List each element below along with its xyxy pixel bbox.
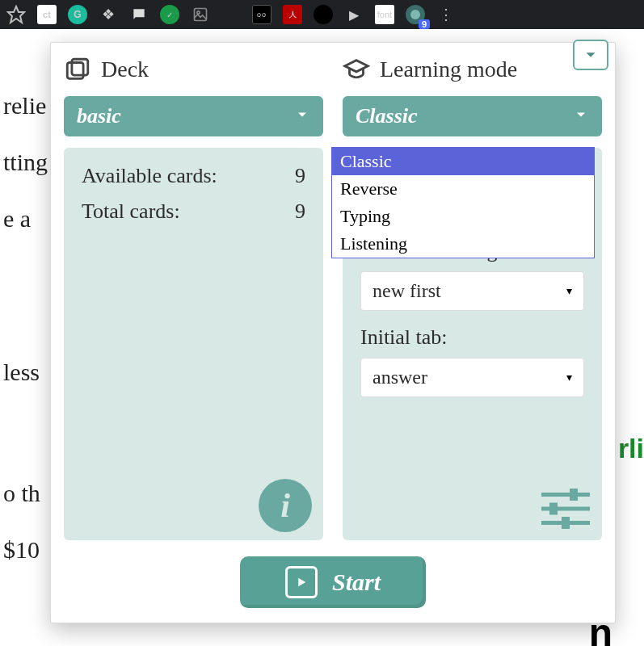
- available-cards-label: Available cards:: [82, 164, 217, 188]
- deck-stats-panel: Available cards: 9 Total cards: 9 i: [64, 148, 323, 540]
- mode-header: Learning mode: [343, 56, 602, 83]
- mode-option-classic[interactable]: Classic: [332, 148, 594, 175]
- browser-toolbar: ct G ❖ ✓ oo 人 ▶ font 9 ⋮: [0, 0, 644, 29]
- initial-tab-value: answer: [373, 367, 427, 388]
- extension-font-icon[interactable]: font: [375, 5, 394, 24]
- info-icon: i: [280, 486, 290, 525]
- extension-purple-icon[interactable]: ❖: [99, 5, 118, 24]
- svg-marker-0: [8, 6, 24, 23]
- mode-dropdown-menu: Classic Reverse Typing Listening: [331, 147, 595, 258]
- deck-icon: [64, 56, 91, 83]
- extension-image-icon[interactable]: [191, 5, 210, 24]
- mode-option-typing[interactable]: Typing: [332, 203, 594, 230]
- extension-oo-icon[interactable]: oo: [252, 5, 271, 24]
- svg-rect-7: [570, 489, 578, 501]
- info-button[interactable]: i: [259, 479, 312, 532]
- chevron-down-icon: [573, 104, 589, 128]
- svg-rect-1: [195, 9, 207, 21]
- svg-rect-11: [562, 517, 570, 529]
- deck-column: Deck basic Available cards: 9 Total card…: [64, 56, 323, 540]
- sorting-select[interactable]: new first ▾: [360, 271, 584, 311]
- graduation-cap-icon: [343, 56, 370, 83]
- extension-bubble-icon[interactable]: [129, 5, 149, 24]
- deck-title: Deck: [101, 57, 149, 82]
- extension-flashcard-icon[interactable]: 9: [406, 5, 425, 24]
- deck-dropdown-value: basic: [77, 104, 121, 128]
- available-cards-value: 9: [295, 164, 305, 188]
- start-label: Start: [332, 568, 381, 596]
- svg-rect-8: [541, 507, 590, 511]
- extension-play-icon[interactable]: ▶: [344, 5, 364, 24]
- play-icon: [285, 566, 318, 598]
- svg-point-2: [197, 11, 200, 14]
- initial-tab-select[interactable]: answer ▾: [360, 358, 584, 397]
- sorting-value: new first: [373, 280, 441, 302]
- collapse-button[interactable]: [573, 40, 608, 70]
- settings-sliders-button[interactable]: [541, 489, 591, 532]
- extension-ublock-icon[interactable]: ✓: [160, 5, 179, 24]
- toolbar-more-icon[interactable]: ⋮: [436, 5, 456, 24]
- deck-header: Deck: [64, 56, 323, 83]
- extension-download-icon[interactable]: [221, 5, 241, 24]
- caret-down-icon: ▾: [566, 371, 572, 384]
- total-cards-label: Total cards:: [82, 199, 180, 224]
- caret-down-icon: ▾: [566, 284, 572, 298]
- flashcard-popup: Deck basic Available cards: 9 Total card…: [50, 42, 616, 623]
- svg-rect-6: [541, 493, 590, 497]
- mode-option-listening[interactable]: Listening: [332, 230, 594, 258]
- start-button[interactable]: Start: [240, 556, 426, 608]
- deck-dropdown[interactable]: basic: [64, 96, 323, 136]
- extension-ct-icon[interactable]: ct: [37, 5, 57, 24]
- total-cards-value: 9: [295, 199, 305, 224]
- initial-tab-label: Initial tab:: [360, 325, 584, 350]
- chevron-down-icon: [294, 104, 310, 128]
- extension-badge: 9: [419, 19, 430, 29]
- mode-option-reverse[interactable]: Reverse: [332, 175, 594, 203]
- svg-rect-9: [549, 503, 558, 515]
- extension-grammarly-icon[interactable]: G: [68, 5, 87, 24]
- extension-pdf-icon[interactable]: 人: [283, 5, 302, 24]
- mode-dropdown[interactable]: Classic: [343, 96, 602, 136]
- mode-title: Learning mode: [380, 57, 517, 82]
- extension-dark-circle-icon[interactable]: [314, 5, 333, 24]
- svg-point-3: [410, 10, 420, 19]
- star-icon[interactable]: [6, 5, 26, 24]
- mode-column: Learning mode Classic all ▾ Cards sortin…: [343, 56, 602, 540]
- mode-dropdown-value: Classic: [356, 104, 418, 128]
